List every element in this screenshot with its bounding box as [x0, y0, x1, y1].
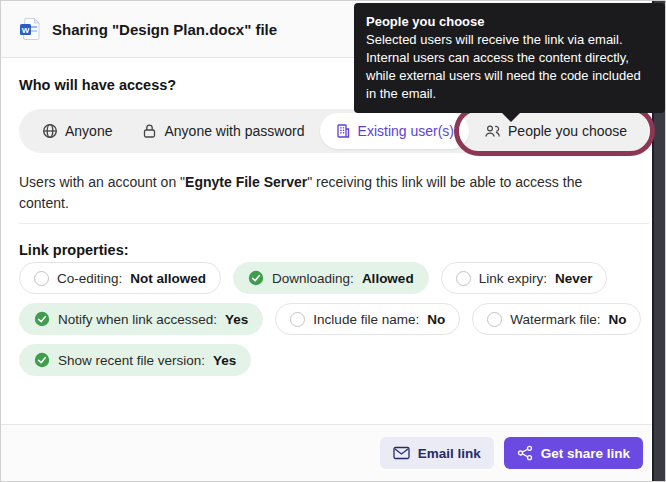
- pill-row: Show recent file version: Yes: [19, 344, 649, 376]
- segment-label: People you choose: [508, 123, 627, 139]
- people-you-choose-tooltip: People you choose Selected users will re…: [354, 3, 665, 113]
- pill-label: Watermark file:: [510, 312, 600, 327]
- tooltip-title: People you choose: [366, 13, 653, 31]
- pill-downloading[interactable]: Downloading: Allowed: [233, 262, 429, 294]
- pill-row: Notify when link accessed: Yes Include f…: [19, 303, 649, 335]
- globe-icon: [42, 123, 58, 139]
- pill-label: Notify when link accessed:: [58, 312, 217, 327]
- dialog-footer: Email link Get share link: [1, 424, 652, 481]
- description-prefix: Users with an account on ": [19, 174, 185, 190]
- unchecked-radio-icon: [34, 271, 49, 286]
- pill-value: No: [427, 312, 445, 327]
- pill-label: Include file name:: [313, 312, 419, 327]
- segment-label: Anyone with password: [164, 123, 304, 139]
- lock-icon: [142, 123, 157, 139]
- tooltip-body: Selected users will receive the link via…: [366, 31, 653, 103]
- segment-label: Existing user(s): [358, 123, 454, 139]
- get-share-link-button[interactable]: Get share link: [504, 437, 643, 469]
- segment-label: Anyone: [65, 123, 112, 139]
- get-share-link-label: Get share link: [541, 446, 630, 461]
- pill-label: Downloading:: [272, 271, 354, 286]
- pill-include-file-name[interactable]: Include file name: No: [275, 303, 460, 335]
- link-properties-heading: Link properties:: [19, 242, 129, 258]
- pill-row: Co-editing: Not allowed Downloading: All…: [19, 262, 649, 294]
- pill-value: Yes: [213, 353, 236, 368]
- checked-icon: [248, 270, 264, 286]
- unchecked-radio-icon: [290, 312, 305, 327]
- access-description: Users with an account on "Egnyte File Se…: [19, 172, 631, 214]
- pill-show-recent-version[interactable]: Show recent file version: Yes: [19, 344, 251, 376]
- access-question-label: Who will have access?: [19, 77, 176, 93]
- people-icon: [484, 123, 501, 139]
- pill-value: No: [608, 312, 626, 327]
- share-nodes-icon: [517, 445, 533, 461]
- segment-existing-users[interactable]: Existing user(s): [320, 113, 469, 149]
- dialog-title: Sharing "Design Plan.docx" file: [52, 21, 277, 38]
- segment-people-you-choose[interactable]: People you choose: [469, 113, 642, 149]
- pill-value: Not allowed: [130, 271, 206, 286]
- email-link-label: Email link: [418, 446, 481, 461]
- pill-value: Yes: [225, 312, 248, 327]
- checked-icon: [34, 352, 50, 368]
- email-link-button[interactable]: Email link: [380, 437, 494, 469]
- unchecked-radio-icon: [487, 312, 502, 327]
- svg-text:W: W: [22, 26, 30, 35]
- unchecked-radio-icon: [456, 271, 471, 286]
- envelope-icon: [393, 446, 410, 460]
- building-icon: [335, 123, 351, 139]
- pill-label: Co-editing:: [57, 271, 122, 286]
- tooltip-arrow: [501, 112, 521, 122]
- checked-icon: [34, 311, 50, 327]
- pill-value: Allowed: [362, 271, 414, 286]
- pill-co-editing[interactable]: Co-editing: Not allowed: [19, 262, 221, 294]
- link-properties-list: Co-editing: Not allowed Downloading: All…: [19, 262, 649, 385]
- pill-label: Link expiry:: [479, 271, 547, 286]
- access-segmented-control: Anyone Anyone with password: [19, 109, 649, 153]
- pill-label: Show recent file version:: [58, 353, 205, 368]
- pill-notify-when-accessed[interactable]: Notify when link accessed: Yes: [19, 303, 263, 335]
- sharing-dialog: W Sharing "Design Plan.docx" file People…: [0, 0, 666, 482]
- description-server-name: Egnyte File Server: [185, 174, 307, 190]
- segment-anyone[interactable]: Anyone: [27, 113, 127, 149]
- section-divider: [19, 223, 649, 224]
- pill-watermark-file[interactable]: Watermark file: No: [472, 303, 641, 335]
- segment-anyone-with-password[interactable]: Anyone with password: [127, 113, 319, 149]
- pill-value: Never: [555, 271, 593, 286]
- pill-link-expiry[interactable]: Link expiry: Never: [441, 262, 608, 294]
- word-doc-icon: W: [19, 17, 41, 41]
